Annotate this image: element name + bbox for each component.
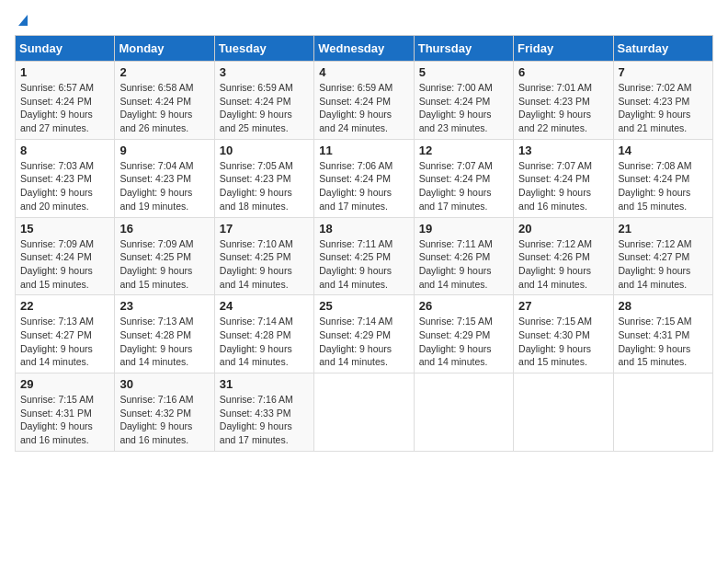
day-number: 10 bbox=[220, 144, 309, 157]
day-number: 5 bbox=[419, 65, 508, 79]
day-detail: Sunrise: 7:13 AM Sunset: 4:27 PM Dayligh… bbox=[20, 315, 109, 369]
empty-cell bbox=[613, 373, 712, 452]
day-number: 31 bbox=[220, 377, 309, 391]
calendar-day-3: 3 Sunrise: 6:59 AM Sunset: 4:24 PM Dayli… bbox=[214, 62, 313, 140]
calendar-day-19: 19 Sunrise: 7:11 AM Sunset: 4:26 PM Dayl… bbox=[414, 217, 513, 295]
logo-arrow-icon bbox=[18, 15, 28, 26]
calendar-week-1: 1 Sunrise: 6:57 AM Sunset: 4:24 PM Dayli… bbox=[16, 62, 713, 140]
day-number: 27 bbox=[518, 299, 608, 313]
day-number: 6 bbox=[518, 65, 608, 79]
day-number: 7 bbox=[619, 65, 708, 79]
day-number: 3 bbox=[220, 65, 309, 79]
calendar-day-9: 9 Sunrise: 7:04 AM Sunset: 4:23 PM Dayli… bbox=[115, 139, 214, 217]
day-detail: Sunrise: 7:07 AM Sunset: 4:24 PM Dayligh… bbox=[518, 159, 608, 213]
calendar-day-5: 5 Sunrise: 7:00 AM Sunset: 4:24 PM Dayli… bbox=[414, 62, 513, 140]
day-detail: Sunrise: 7:11 AM Sunset: 4:25 PM Dayligh… bbox=[319, 237, 408, 292]
day-detail: Sunrise: 7:09 AM Sunset: 4:24 PM Dayligh… bbox=[20, 237, 109, 292]
calendar-day-10: 10 Sunrise: 7:05 AM Sunset: 4:23 PM Dayl… bbox=[214, 139, 313, 217]
day-detail: Sunrise: 7:03 AM Sunset: 4:23 PM Dayligh… bbox=[20, 159, 109, 213]
calendar-day-11: 11 Sunrise: 7:06 AM Sunset: 4:24 PM Dayl… bbox=[314, 139, 414, 217]
day-number: 9 bbox=[119, 144, 209, 157]
day-number: 22 bbox=[20, 299, 109, 313]
day-number: 30 bbox=[119, 377, 209, 391]
day-number: 24 bbox=[220, 299, 309, 313]
day-number: 16 bbox=[119, 222, 209, 236]
calendar-day-23: 23 Sunrise: 7:13 AM Sunset: 4:28 PM Dayl… bbox=[115, 295, 214, 373]
day-detail: Sunrise: 7:11 AM Sunset: 4:26 PM Dayligh… bbox=[419, 237, 508, 292]
calendar-day-15: 15 Sunrise: 7:09 AM Sunset: 4:24 PM Dayl… bbox=[16, 217, 115, 295]
calendar-day-30: 30 Sunrise: 7:16 AM Sunset: 4:32 PM Dayl… bbox=[115, 373, 214, 452]
day-detail: Sunrise: 7:12 AM Sunset: 4:26 PM Dayligh… bbox=[518, 237, 608, 292]
day-detail: Sunrise: 7:14 AM Sunset: 4:28 PM Dayligh… bbox=[220, 315, 309, 369]
page-header bbox=[15, 15, 713, 26]
calendar-header-saturday: Saturday bbox=[613, 36, 712, 62]
calendar-day-28: 28 Sunrise: 7:15 AM Sunset: 4:31 PM Dayl… bbox=[613, 295, 712, 373]
day-number: 12 bbox=[419, 144, 508, 157]
day-detail: Sunrise: 7:02 AM Sunset: 4:23 PM Dayligh… bbox=[619, 81, 708, 135]
day-number: 18 bbox=[319, 222, 408, 236]
day-number: 2 bbox=[119, 65, 209, 79]
day-detail: Sunrise: 7:04 AM Sunset: 4:23 PM Dayligh… bbox=[119, 159, 209, 213]
day-number: 13 bbox=[518, 144, 608, 157]
calendar-day-20: 20 Sunrise: 7:12 AM Sunset: 4:26 PM Dayl… bbox=[514, 217, 613, 295]
day-number: 17 bbox=[220, 222, 309, 236]
day-number: 19 bbox=[419, 222, 508, 236]
logo bbox=[15, 15, 28, 26]
day-number: 20 bbox=[518, 222, 608, 236]
empty-cell bbox=[514, 373, 613, 452]
calendar-day-26: 26 Sunrise: 7:15 AM Sunset: 4:29 PM Dayl… bbox=[414, 295, 513, 373]
calendar-day-2: 2 Sunrise: 6:58 AM Sunset: 4:24 PM Dayli… bbox=[115, 62, 214, 140]
day-detail: Sunrise: 7:01 AM Sunset: 4:23 PM Dayligh… bbox=[518, 81, 608, 135]
day-detail: Sunrise: 7:16 AM Sunset: 4:33 PM Dayligh… bbox=[220, 393, 309, 447]
day-number: 1 bbox=[20, 65, 109, 79]
calendar-day-12: 12 Sunrise: 7:07 AM Sunset: 4:24 PM Dayl… bbox=[414, 139, 513, 217]
calendar-day-1: 1 Sunrise: 6:57 AM Sunset: 4:24 PM Dayli… bbox=[16, 62, 115, 140]
day-number: 29 bbox=[20, 377, 109, 391]
day-detail: Sunrise: 6:57 AM Sunset: 4:24 PM Dayligh… bbox=[20, 81, 109, 135]
day-detail: Sunrise: 7:07 AM Sunset: 4:24 PM Dayligh… bbox=[419, 159, 508, 213]
calendar-week-4: 22 Sunrise: 7:13 AM Sunset: 4:27 PM Dayl… bbox=[16, 295, 713, 373]
calendar-day-16: 16 Sunrise: 7:09 AM Sunset: 4:25 PM Dayl… bbox=[115, 217, 214, 295]
calendar-week-2: 8 Sunrise: 7:03 AM Sunset: 4:23 PM Dayli… bbox=[16, 139, 713, 217]
day-number: 21 bbox=[619, 222, 708, 236]
calendar-header-thursday: Thursday bbox=[414, 36, 513, 62]
empty-cell bbox=[314, 373, 414, 452]
calendar-day-22: 22 Sunrise: 7:13 AM Sunset: 4:27 PM Dayl… bbox=[16, 295, 115, 373]
day-number: 15 bbox=[20, 222, 109, 236]
day-detail: Sunrise: 7:15 AM Sunset: 4:30 PM Dayligh… bbox=[518, 315, 608, 369]
calendar-week-5: 29 Sunrise: 7:15 AM Sunset: 4:31 PM Dayl… bbox=[16, 373, 713, 452]
calendar-day-27: 27 Sunrise: 7:15 AM Sunset: 4:30 PM Dayl… bbox=[514, 295, 613, 373]
day-detail: Sunrise: 7:10 AM Sunset: 4:25 PM Dayligh… bbox=[220, 237, 309, 292]
calendar-header-wednesday: Wednesday bbox=[314, 36, 414, 62]
day-detail: Sunrise: 7:09 AM Sunset: 4:25 PM Dayligh… bbox=[119, 237, 209, 292]
day-detail: Sunrise: 7:13 AM Sunset: 4:28 PM Dayligh… bbox=[119, 315, 209, 369]
calendar-header-row: SundayMondayTuesdayWednesdayThursdayFrid… bbox=[16, 36, 713, 62]
calendar-day-6: 6 Sunrise: 7:01 AM Sunset: 4:23 PM Dayli… bbox=[514, 62, 613, 140]
day-detail: Sunrise: 6:59 AM Sunset: 4:24 PM Dayligh… bbox=[220, 81, 309, 135]
day-detail: Sunrise: 7:14 AM Sunset: 4:29 PM Dayligh… bbox=[319, 315, 408, 369]
day-detail: Sunrise: 7:15 AM Sunset: 4:31 PM Dayligh… bbox=[20, 393, 109, 447]
day-number: 8 bbox=[20, 144, 109, 157]
calendar-day-7: 7 Sunrise: 7:02 AM Sunset: 4:23 PM Dayli… bbox=[613, 62, 712, 140]
day-detail: Sunrise: 7:15 AM Sunset: 4:29 PM Dayligh… bbox=[419, 315, 508, 369]
day-detail: Sunrise: 6:58 AM Sunset: 4:24 PM Dayligh… bbox=[119, 81, 209, 135]
day-detail: Sunrise: 7:06 AM Sunset: 4:24 PM Dayligh… bbox=[319, 159, 408, 213]
calendar-day-14: 14 Sunrise: 7:08 AM Sunset: 4:24 PM Dayl… bbox=[613, 139, 712, 217]
day-number: 14 bbox=[619, 144, 708, 157]
calendar-day-31: 31 Sunrise: 7:16 AM Sunset: 4:33 PM Dayl… bbox=[214, 373, 313, 452]
calendar-table: SundayMondayTuesdayWednesdayThursdayFrid… bbox=[15, 35, 713, 452]
day-detail: Sunrise: 6:59 AM Sunset: 4:24 PM Dayligh… bbox=[319, 81, 408, 135]
calendar-day-24: 24 Sunrise: 7:14 AM Sunset: 4:28 PM Dayl… bbox=[214, 295, 313, 373]
calendar-day-13: 13 Sunrise: 7:07 AM Sunset: 4:24 PM Dayl… bbox=[514, 139, 613, 217]
day-detail: Sunrise: 7:08 AM Sunset: 4:24 PM Dayligh… bbox=[619, 159, 708, 213]
day-detail: Sunrise: 7:15 AM Sunset: 4:31 PM Dayligh… bbox=[619, 315, 708, 369]
day-number: 25 bbox=[319, 299, 408, 313]
day-number: 23 bbox=[119, 299, 209, 313]
calendar-header-monday: Monday bbox=[115, 36, 214, 62]
day-number: 28 bbox=[619, 299, 708, 313]
calendar-day-8: 8 Sunrise: 7:03 AM Sunset: 4:23 PM Dayli… bbox=[16, 139, 115, 217]
calendar-header-sunday: Sunday bbox=[16, 36, 115, 62]
calendar-day-4: 4 Sunrise: 6:59 AM Sunset: 4:24 PM Dayli… bbox=[314, 62, 414, 140]
day-detail: Sunrise: 7:16 AM Sunset: 4:32 PM Dayligh… bbox=[119, 393, 209, 447]
calendar-header-tuesday: Tuesday bbox=[214, 36, 313, 62]
